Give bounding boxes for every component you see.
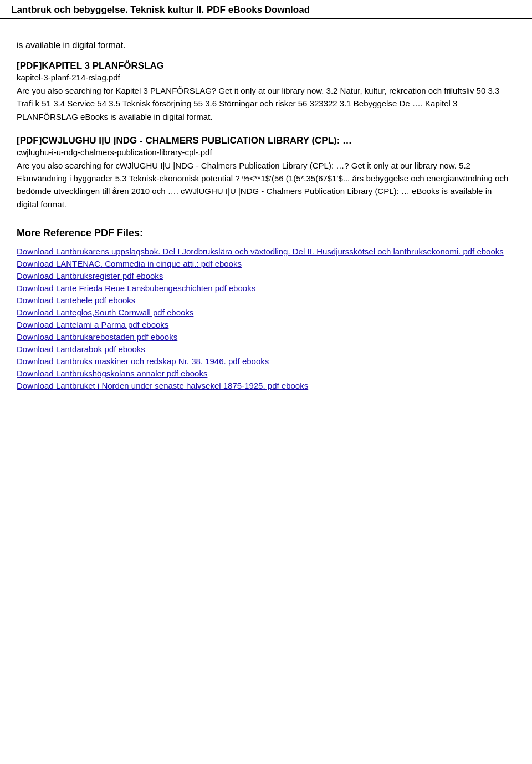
- list-item: Download Lantbruket i Norden under senas…: [17, 381, 515, 391]
- more-reference-section: More Reference PDF Files: Download Lantb…: [17, 227, 515, 391]
- list-item: Download Lantbruksregister pdf ebooks: [17, 271, 515, 281]
- list-item: Download Lantehele pdf ebooks: [17, 296, 515, 305]
- list-item: Download Lantbrukarens uppslagsbok. Del …: [17, 247, 515, 257]
- list-item: Download Lantbrukshögskolans annaler pdf…: [17, 369, 515, 379]
- list-item: Download Lantelami a Parma pdf ebooks: [17, 320, 515, 330]
- reference-link-5[interactable]: Download Lanteglos,South Cornwall pdf eb…: [17, 308, 193, 317]
- main-content: is available in digital format. [PDF]KAP…: [0, 24, 532, 410]
- reference-link-3[interactable]: Download Lante Frieda Reue Lansbubengesc…: [17, 283, 255, 293]
- reference-link-8[interactable]: Download Lantdarabok pdf ebooks: [17, 344, 145, 354]
- reference-link-9[interactable]: Download Lantbruks maskiner och redskap …: [17, 356, 269, 366]
- pdf-title-2: [PDF]CWJLUGHU I|U |NDG - CHALMERS PUBLIC…: [17, 135, 515, 146]
- page-title: Lantbruk och bebyggelse. Teknisk kultur …: [11, 4, 521, 16]
- list-item: Download Lantdarabok pdf ebooks: [17, 344, 515, 354]
- reference-link-0[interactable]: Download Lantbrukarens uppslagsbok. Del …: [17, 247, 504, 256]
- intro-text: is available in digital format.: [17, 40, 515, 50]
- reference-link-7[interactable]: Download Lantbrukarebostaden pdf ebooks: [17, 332, 177, 342]
- list-item: Download LANTENAC. Commedia in cinque at…: [17, 259, 515, 269]
- pdf-body-2: Are you also searching for cWJlUGHU I|U …: [17, 159, 515, 211]
- header-divider: [0, 19, 532, 19]
- reference-link-2[interactable]: Download Lantbruksregister pdf ebooks: [17, 271, 163, 281]
- pdf-filename-1: kapitel-3-planf-214-rslag.pdf: [17, 73, 515, 82]
- pdf-section-1: [PDF]KAPITEL 3 PLANFÖRSLAG kapitel-3-pla…: [17, 60, 515, 123]
- pdf-filename-2: cwjlughu-i-u-ndg-chalmers-publication-li…: [17, 147, 515, 157]
- list-item: Download Lante Frieda Reue Lansbubengesc…: [17, 283, 515, 293]
- reference-link-list: Download Lantbrukarens uppslagsbok. Del …: [17, 247, 515, 391]
- reference-link-4[interactable]: Download Lantehele pdf ebooks: [17, 296, 135, 305]
- list-item: Download Lantbruks maskiner och redskap …: [17, 356, 515, 366]
- list-item: Download Lanteglos,South Cornwall pdf eb…: [17, 308, 515, 318]
- page-header: Lantbruk och bebyggelse. Teknisk kultur …: [0, 0, 532, 19]
- more-reference-heading: More Reference PDF Files:: [17, 227, 515, 239]
- reference-link-11[interactable]: Download Lantbruket i Norden under senas…: [17, 381, 308, 390]
- reference-link-6[interactable]: Download Lantelami a Parma pdf ebooks: [17, 320, 168, 329]
- reference-link-10[interactable]: Download Lantbrukshögskolans annaler pdf…: [17, 369, 207, 378]
- pdf-section-2: [PDF]CWJLUGHU I|U |NDG - CHALMERS PUBLIC…: [17, 135, 515, 211]
- list-item: Download Lantbrukarebostaden pdf ebooks: [17, 332, 515, 342]
- reference-link-1[interactable]: Download LANTENAC. Commedia in cinque at…: [17, 259, 242, 268]
- pdf-body-1: Are you also searching for Kapitel 3 PLA…: [17, 84, 515, 123]
- pdf-title-1: [PDF]KAPITEL 3 PLANFÖRSLAG: [17, 60, 515, 72]
